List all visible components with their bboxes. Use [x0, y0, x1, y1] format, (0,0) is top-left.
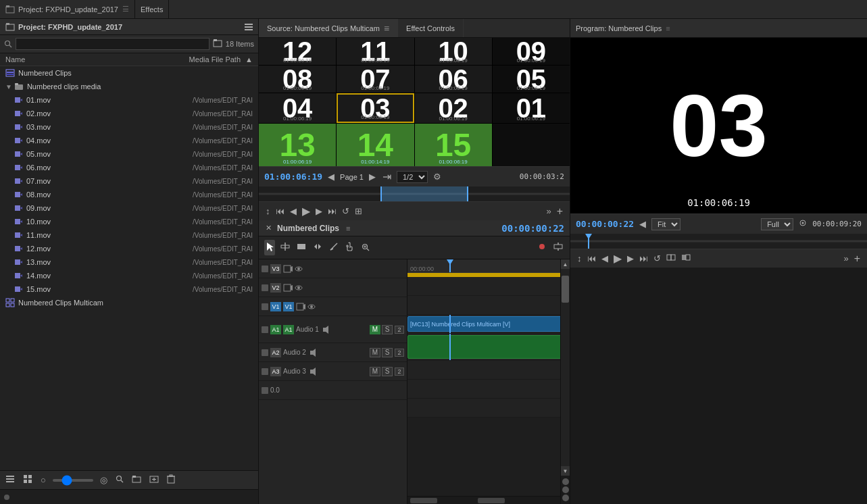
play-button[interactable]: ▶ [301, 203, 312, 219]
hscroll-thumb-right[interactable] [478, 498, 505, 503]
list-item[interactable]: Numbered Clips Multicam [0, 296, 258, 309]
step-back-button[interactable]: ⏮ [274, 205, 286, 218]
vscroll-up-button[interactable]: ▲ [561, 259, 570, 269]
timeline-timecode[interactable]: 00:00:00:22 [501, 223, 564, 234]
program-prev-button[interactable]: ◀ [638, 218, 647, 230]
track-eye-icon-v1[interactable] [307, 303, 316, 311]
cam-cell-02[interactable]: 02 01:00:06:19 [415, 93, 492, 123]
program-loop-button[interactable]: ↺ [652, 252, 662, 265]
vscroll-dot-2[interactable] [562, 486, 569, 493]
effects-section[interactable]: Effects [135, 0, 169, 18]
timeline-close-button[interactable]: ✕ [264, 222, 273, 234]
track-toggle-v1[interactable]: V1 [270, 302, 281, 311]
program-settings-button[interactable] [797, 218, 808, 230]
track-lock-mix[interactable] [262, 387, 268, 394]
snapping-button[interactable] [552, 241, 564, 255]
track-row-a2[interactable] [407, 361, 560, 380]
track-s-button[interactable]: S [382, 325, 393, 334]
mark-in-button[interactable]: ↕ [264, 205, 272, 218]
program-insert-button[interactable] [665, 251, 677, 266]
track-lock-a1[interactable] [262, 326, 268, 333]
cam-cell-09[interactable]: 09 01:00:06:19 [493, 38, 570, 65]
cam-cell-03-active[interactable]: 03 01:00:06:19 [337, 93, 414, 123]
tab-effect-controls[interactable]: Effect Controls [398, 19, 464, 37]
timeline-menu-icon[interactable]: ≡ [346, 224, 350, 232]
track-toggle-a3[interactable]: A3 [270, 367, 281, 376]
list-item[interactable]: 14.mov /Volumes/EDIT_RAI [0, 269, 258, 282]
delete-button[interactable] [166, 473, 176, 487]
settings-button[interactable]: ⚙ [432, 170, 443, 183]
new-item-button[interactable] [148, 474, 160, 486]
track-toggle-v3[interactable]: V3 [270, 264, 281, 274]
list-item[interactable]: Numbered Clips [0, 66, 258, 80]
list-item[interactable]: 03.mov /Volumes/EDIT_RAI [0, 120, 258, 134]
cam-cell-12[interactable]: 12 01:00:06:19 [259, 38, 336, 65]
cam-cell-06[interactable]: 06 01:00:06:19 [415, 66, 492, 93]
program-more-button[interactable]: » [842, 252, 849, 265]
list-item[interactable]: 04.mov /Volumes/EDIT_RAI [0, 134, 258, 147]
track-toggle-a2[interactable]: A2 [270, 348, 281, 357]
program-step-back-frame-button[interactable]: ◀ [600, 252, 610, 265]
list-item[interactable]: 01.mov /Volumes/EDIT_RAI [0, 93, 258, 107]
cam-cell-11[interactable]: 11 01:00:06:19 [337, 38, 414, 65]
track-s-a3[interactable]: S [382, 367, 393, 376]
program-jog-bar[interactable] [570, 234, 867, 249]
icon-view-button[interactable] [22, 473, 34, 487]
arrow-tool-button[interactable] [264, 240, 275, 255]
track-target-a1[interactable]: A1 [283, 325, 294, 334]
next-page-button[interactable]: ▶ [368, 170, 377, 183]
hand-tool-button[interactable] [344, 241, 356, 255]
track-lock-v1[interactable] [262, 303, 268, 310]
razor-tool-button[interactable] [328, 241, 340, 255]
track-m-button[interactable]: M [370, 325, 380, 334]
cam-cell-10[interactable]: 10 01:00:06:19 [415, 38, 492, 65]
step-fwd-button[interactable]: ▶ [314, 205, 324, 218]
track-target-v1[interactable]: V1 [283, 302, 294, 311]
fit-select[interactable]: Fit [651, 218, 680, 230]
zoom-slider[interactable] [53, 479, 93, 482]
track-lock-v2[interactable] [262, 284, 268, 291]
list-item[interactable]: 07.mov /Volumes/EDIT_RAI [0, 174, 258, 188]
cam-cell-15[interactable]: 15 01:00:06:19 [415, 124, 492, 166]
ripple-edit-button[interactable] [279, 241, 291, 255]
prev-page-button[interactable]: ◀ [326, 170, 336, 183]
step-fwd-to-end-button[interactable]: ⏭ [326, 205, 338, 218]
program-overwrite-button[interactable] [680, 251, 692, 266]
track-row-mix[interactable] [407, 399, 560, 418]
cam-cell-05[interactable]: 05 01:00:06:19 [493, 66, 570, 93]
list-item[interactable]: 11.mov /Volumes/EDIT_RAI [0, 228, 258, 242]
sort-arrow[interactable]: ▲ [245, 55, 253, 64]
track-toggle-a1[interactable]: A1 [270, 325, 281, 334]
list-item[interactable]: 02.mov /Volumes/EDIT_RAI [0, 107, 258, 120]
new-folder-button[interactable] [130, 474, 143, 486]
loop-button[interactable]: ↺ [341, 205, 351, 218]
hscroll-thumb-left[interactable] [410, 498, 437, 503]
jog-head[interactable] [380, 186, 468, 201]
list-item[interactable]: 09.mov /Volumes/EDIT_RAI [0, 201, 258, 215]
search-input[interactable] [16, 38, 209, 50]
automate-button[interactable]: ◎ [99, 474, 109, 486]
add-marker-button[interactable]: + [555, 204, 564, 219]
list-item[interactable]: 13.mov /Volumes/EDIT_RAI [0, 255, 258, 269]
source-tab-menu[interactable]: ≡ [384, 23, 389, 34]
quality-select[interactable]: Full [761, 218, 793, 230]
vscroll-dot-3[interactable] [562, 495, 569, 501]
program-display[interactable]: 03 01:00:06:19 [570, 38, 867, 213]
jump-button[interactable]: ⇥ [381, 169, 393, 184]
track-lock-a3[interactable] [262, 368, 268, 375]
list-item[interactable]: 08.mov /Volumes/EDIT_RAI [0, 188, 258, 201]
more-button[interactable]: » [545, 205, 552, 218]
track-row-v1[interactable]: [MC13] Numbered Clips Multicam [V] [MC13… [407, 315, 560, 334]
cam-cell-13[interactable]: 13 01:00:06:19 [259, 124, 336, 166]
program-step-back-button[interactable]: ⏮ [586, 252, 597, 265]
track-select-button[interactable] [295, 241, 307, 255]
search-project-button[interactable] [114, 474, 125, 486]
program-playhead[interactable] [588, 234, 589, 249]
cam-cell-07[interactable]: 07 01:00:06:19 [337, 66, 414, 93]
track-row-a3[interactable] [407, 380, 560, 399]
program-menu-icon[interactable]: ≡ [666, 24, 670, 32]
program-step-fwd-end-button[interactable]: ⏭ [638, 252, 649, 265]
slip-button[interactable] [312, 241, 324, 255]
vscroll-track[interactable] [561, 269, 570, 466]
track-row-a1[interactable] [407, 334, 560, 361]
